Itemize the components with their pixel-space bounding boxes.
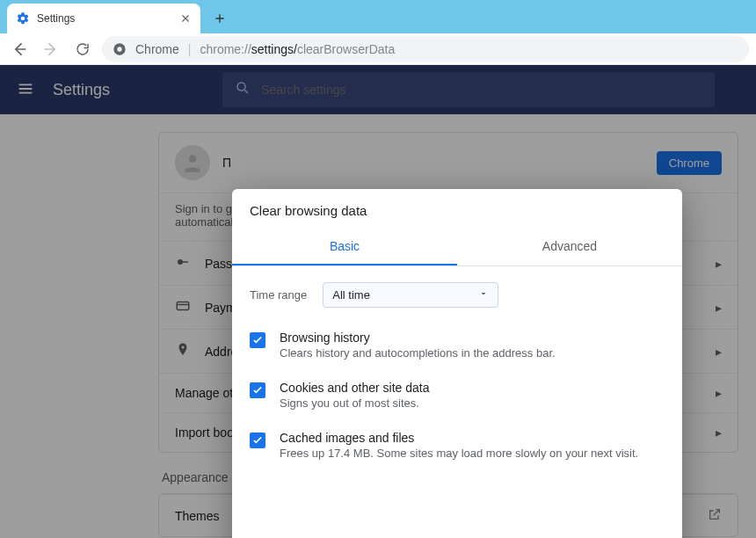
browser-toolbar: Chrome | chrome://settings/clearBrowserD… bbox=[0, 33, 756, 65]
checkbox-cookies[interactable] bbox=[250, 382, 265, 398]
browser-titlebar: Settings bbox=[0, 0, 756, 33]
tab-basic[interactable]: Basic bbox=[232, 229, 457, 265]
option-title: Cached images and files bbox=[280, 431, 638, 445]
time-range-label: Time range bbox=[250, 288, 307, 302]
option-desc: Signs you out of most sites. bbox=[280, 396, 429, 410]
reload-button[interactable] bbox=[70, 37, 95, 62]
omnibox-label: Chrome bbox=[135, 42, 179, 56]
option-title: Browsing history bbox=[280, 331, 556, 345]
tab-title: Settings bbox=[37, 12, 172, 25]
clear-browsing-data-dialog: Clear browsing data Basic Advanced Time … bbox=[232, 189, 682, 538]
url-scheme: chrome:// bbox=[200, 42, 251, 56]
options-list: Browsing history Clears history and auto… bbox=[232, 316, 682, 488]
chrome-icon bbox=[113, 42, 127, 56]
time-range-row: Time range All time bbox=[232, 266, 682, 316]
svg-point-1 bbox=[117, 47, 121, 51]
option-desc: Clears history and autocompletions in th… bbox=[280, 346, 556, 360]
new-tab-button[interactable] bbox=[207, 6, 232, 31]
option-cookies: Cookies and other site data Signs you ou… bbox=[250, 370, 665, 420]
option-browsing-history: Browsing history Clears history and auto… bbox=[250, 320, 665, 370]
dialog-title: Clear browsing data bbox=[232, 189, 682, 229]
time-range-select[interactable]: All time bbox=[323, 282, 498, 308]
url-path: settings/ bbox=[251, 42, 297, 56]
browser-tab[interactable]: Settings bbox=[7, 4, 200, 33]
option-title: Cookies and other site data bbox=[280, 381, 429, 395]
tab-advanced[interactable]: Advanced bbox=[457, 229, 682, 265]
dialog-tabs: Basic Advanced bbox=[232, 229, 682, 266]
checkbox-browsing-history[interactable] bbox=[250, 332, 265, 348]
gear-icon bbox=[16, 11, 30, 25]
url-subpath: clearBrowserData bbox=[297, 42, 395, 56]
time-range-value: All time bbox=[332, 288, 370, 302]
chevron-down-icon bbox=[478, 288, 489, 302]
option-cache: Cached images and files Frees up 17.4 MB… bbox=[250, 420, 665, 470]
checkbox-cache[interactable] bbox=[250, 433, 265, 448]
separator: | bbox=[188, 42, 192, 56]
address-bar[interactable]: Chrome | chrome://settings/clearBrowserD… bbox=[102, 36, 749, 62]
back-button[interactable] bbox=[7, 37, 32, 62]
option-desc: Frees up 17.4 MB. Some sites may load mo… bbox=[280, 447, 638, 460]
settings-app: Settings П Chrome Sign in to get your bo… bbox=[0, 65, 756, 538]
close-icon[interactable] bbox=[179, 12, 192, 25]
forward-button[interactable] bbox=[39, 37, 63, 62]
